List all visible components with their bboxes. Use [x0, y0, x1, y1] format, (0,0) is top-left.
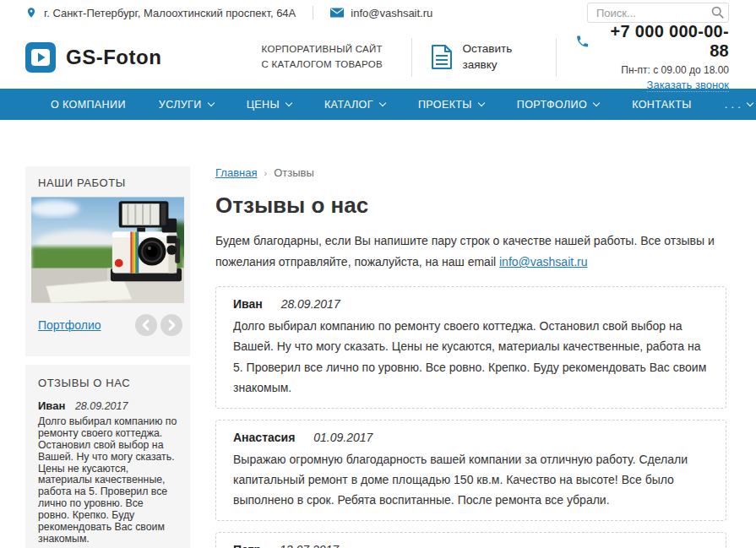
review-date: 01.09.2017	[313, 431, 373, 444]
page-content: НАШИ РАБОТЫ	[0, 166, 756, 548]
nav-item-more[interactable]: . . .	[725, 99, 753, 111]
chevron-down-icon	[478, 100, 485, 106]
review-date: 28.09.2017	[281, 297, 340, 311]
review-author: Иван	[233, 297, 263, 311]
search-button[interactable]	[710, 5, 725, 19]
leave-request-button[interactable]: Оставить заявку	[431, 41, 537, 72]
phone-block: +7 000 000-00-88 Пн-пт: с 09.00 до 18.00…	[575, 22, 729, 92]
review-card: Петр 13.07.2017 Построили мне дом из газ…	[215, 532, 726, 548]
search-icon	[710, 5, 725, 19]
review-date: 13.07.2017	[280, 543, 339, 548]
nav-item-about[interactable]: О КОМПАНИИ	[51, 99, 126, 111]
mail-icon	[330, 8, 344, 18]
works-carousel-controls	[135, 314, 182, 336]
nav-item-projects[interactable]: ПРОЕКТЫ	[418, 99, 484, 111]
work-hours: Пн-пт: с 09.00 до 18.00	[575, 64, 729, 76]
logo-icon	[25, 42, 56, 73]
nav-item-portfolio[interactable]: ПОРТФОЛИО	[517, 99, 599, 111]
review-card: Иван 28.09.2017 Долго выбирал компанию п…	[215, 286, 726, 408]
contact-info: г. Санкт-Петербург, Малоохтинский проспе…	[25, 6, 432, 19]
review-text: Долго выбирал компанию по ремонту своего…	[233, 316, 709, 397]
nav-item-contacts[interactable]: КОНТАКТЫ	[632, 99, 692, 111]
chevron-down-icon	[593, 100, 600, 106]
main-navigation: О КОМПАНИИ УСЛУГИ ЦЕНЫ КАТАЛОГ ПРОЕКТЫ П…	[0, 89, 756, 120]
our-works-widget: НАШИ РАБОТЫ	[25, 166, 190, 356]
review-author: Анастасия	[233, 431, 295, 444]
arrow-right-icon	[160, 314, 182, 336]
review-card-header: Иван 28.09.2017	[233, 297, 709, 311]
next-arrow-button[interactable]	[160, 314, 182, 336]
prev-arrow-button[interactable]	[135, 314, 157, 336]
breadcrumb: Главная › Отзывы	[215, 166, 726, 179]
leave-request-label: Оставить заявку	[463, 41, 515, 72]
page-title: Отзывы о нас	[215, 193, 726, 219]
logo[interactable]: GS-Foton	[25, 42, 262, 73]
search-input[interactable]	[587, 3, 729, 23]
works-widget-footer: Портфолио	[38, 314, 182, 336]
phone-number[interactable]: +7 000 000-00-88	[597, 22, 729, 61]
order-callback-link[interactable]: Заказать звонок	[647, 79, 729, 92]
portfolio-photo[interactable]	[31, 196, 184, 304]
arrow-left-icon	[135, 314, 157, 336]
email-text[interactable]: info@vashsait.ru	[351, 7, 432, 19]
top-bar: г. Санкт-Петербург, Малоохтинский проспе…	[0, 0, 756, 25]
nav-item-prices[interactable]: ЦЕНЫ	[247, 99, 291, 111]
location-pin-icon	[25, 6, 37, 19]
breadcrumb-home-link[interactable]: Главная	[215, 166, 257, 179]
review-card: Анастасия 01.09.2017 Выражаю огромную бл…	[215, 420, 726, 521]
chevron-down-icon	[286, 100, 292, 106]
search-box	[587, 3, 729, 23]
main-column: Главная › Отзывы Отзывы о нас Будем благ…	[215, 166, 726, 548]
site-header: GS-Foton КОРПОРАТИВНЫЙ САЙТ С КАТАЛОГОМ …	[0, 25, 756, 89]
intro-email-link[interactable]: info@vashsait.ru	[499, 255, 587, 269]
reviews-widget: ОТЗЫВЫ О НАС Иван 28.09.2017 Долго выбир…	[25, 365, 190, 548]
site-tagline: КОРПОРАТИВНЫЙ САЙТ С КАТАЛОГОМ ТОВАРОВ	[262, 42, 393, 72]
sidebar: НАШИ РАБОТЫ	[25, 166, 190, 548]
chevron-down-icon	[747, 100, 753, 106]
address-text: г. Санкт-Петербург, Малоохтинский проспе…	[44, 7, 296, 19]
review-card-header: Петр 13.07.2017	[233, 543, 709, 548]
document-icon	[431, 45, 453, 70]
breadcrumb-separator-icon: ›	[264, 168, 267, 178]
portfolio-link[interactable]: Портфолио	[38, 318, 101, 332]
intro-paragraph: Будем благодарны, если Вы напишите пару …	[215, 231, 726, 273]
breadcrumb-current: Отзывы	[274, 166, 314, 179]
chevron-down-icon	[207, 100, 214, 106]
review-date: 28.09.2017	[75, 400, 128, 412]
our-works-title: НАШИ РАБОТЫ	[38, 176, 184, 189]
reviews-list: Иван 28.09.2017 Долго выбирал компанию п…	[215, 286, 726, 548]
phone-icon	[575, 34, 590, 49]
review-author: Петр	[233, 543, 261, 548]
nav-item-services[interactable]: УСЛУГИ	[159, 99, 214, 111]
logo-text: GS-Foton	[66, 46, 161, 69]
review-card-header: Анастасия 01.09.2017	[233, 431, 709, 444]
review-author: Иван	[38, 399, 65, 412]
reviews-widget-title: ОТЗЫВЫ О НАС	[38, 377, 177, 389]
review-text: Долго выбирал компанию по ремонту своего…	[38, 416, 177, 545]
intro-text: Будем благодарны, если Вы напишите пару …	[215, 234, 715, 269]
nav-item-catalog[interactable]: КАТАЛОГ	[324, 99, 385, 111]
review-text: Выражаю огромную благодарность вашей ком…	[233, 449, 709, 510]
review-header: Иван 28.09.2017	[38, 399, 177, 412]
divider	[313, 6, 313, 19]
divider	[556, 38, 557, 77]
chevron-down-icon	[379, 100, 386, 106]
divider	[411, 38, 412, 77]
